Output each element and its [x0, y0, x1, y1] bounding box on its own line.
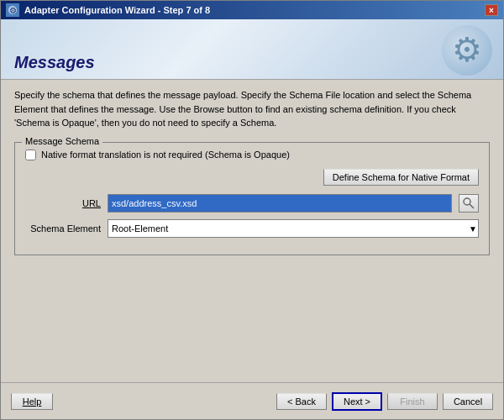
opaque-checkbox-label[interactable]: Native format translation is not require…: [41, 150, 290, 160]
search-icon: [463, 197, 475, 209]
finish-button[interactable]: Finish: [387, 393, 438, 410]
title-bar: ⚙ Adapter Configuration Wizard - Step 7 …: [1, 1, 503, 19]
group-box-label: Message Schema: [22, 136, 102, 146]
description-text: Specify the schema that defines the mess…: [14, 88, 490, 130]
define-button-row: Define Schema for Native Format: [25, 169, 479, 186]
help-button[interactable]: Help: [11, 393, 53, 410]
wizard-icon: ⚙: [6, 3, 19, 17]
content-area: Specify the schema that defines the mess…: [1, 80, 503, 382]
next-button[interactable]: Next >: [332, 392, 382, 411]
cancel-button[interactable]: Cancel: [443, 393, 493, 410]
opaque-checkbox-row: Native format translation is not require…: [25, 150, 479, 160]
define-schema-button[interactable]: Define Schema for Native Format: [323, 169, 479, 186]
schema-element-select-wrapper: Root-Element ▼: [108, 219, 479, 238]
opaque-checkbox[interactable]: [25, 150, 36, 160]
title-bar-left: ⚙ Adapter Configuration Wizard - Step 7 …: [6, 3, 210, 17]
schema-element-field-row: Schema Element Root-Element ▼: [25, 219, 479, 238]
footer-right: < Back Next > Finish Cancel: [276, 392, 493, 411]
schema-element-label: Schema Element: [25, 223, 101, 234]
url-field-row: URL: [25, 194, 479, 213]
schema-element-select[interactable]: Root-Element: [108, 219, 479, 238]
svg-line-6: [470, 204, 474, 208]
url-label: URL: [25, 198, 101, 208]
gear-icon: ⚙: [440, 24, 495, 78]
svg-text:⚙: ⚙: [9, 6, 17, 15]
back-button[interactable]: < Back: [276, 393, 327, 410]
svg-text:⚙: ⚙: [452, 31, 482, 68]
url-input[interactable]: [108, 194, 452, 213]
browse-button[interactable]: [459, 194, 479, 213]
title-bar-text: Adapter Configuration Wizard - Step 7 of…: [24, 5, 210, 15]
header-title: Messages: [14, 53, 95, 72]
footer: Help < Back Next > Finish Cancel: [1, 382, 503, 419]
message-schema-group: Message Schema Native format translation…: [14, 142, 490, 255]
wizard-window: ⚙ Adapter Configuration Wizard - Step 7 …: [0, 0, 504, 420]
footer-left: Help: [11, 393, 53, 410]
close-button[interactable]: ×: [485, 4, 498, 16]
header-banner: Messages ⚙: [1, 19, 503, 80]
svg-point-5: [464, 198, 470, 205]
